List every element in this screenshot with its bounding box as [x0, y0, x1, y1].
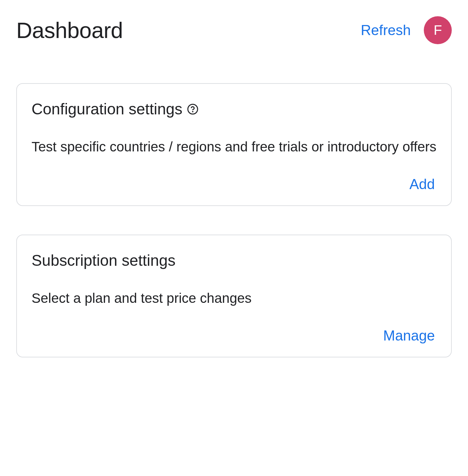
card-action-row: Manage: [32, 328, 436, 344]
refresh-button[interactable]: Refresh: [361, 22, 411, 38]
svg-point-1: [193, 111, 193, 112]
card-description: Test specific countries / regions and fr…: [32, 137, 436, 157]
avatar[interactable]: F: [424, 16, 452, 44]
help-icon[interactable]: [187, 103, 199, 115]
card-title: Subscription settings: [32, 251, 176, 269]
header-actions: Refresh F: [361, 16, 452, 44]
subscription-settings-card: Subscription settings Select a plan and …: [16, 235, 452, 357]
configuration-settings-card: Configuration settings Test specific cou…: [16, 83, 452, 206]
card-action-row: Add: [32, 176, 436, 192]
manage-button[interactable]: Manage: [382, 328, 436, 344]
add-button[interactable]: Add: [408, 176, 436, 192]
card-title-row: Configuration settings: [32, 100, 436, 118]
page-header: Dashboard Refresh F: [16, 16, 452, 44]
page-title: Dashboard: [16, 18, 123, 43]
card-description: Select a plan and test price changes: [32, 289, 436, 308]
card-title: Configuration settings: [32, 100, 182, 118]
card-title-row: Subscription settings: [32, 251, 436, 269]
